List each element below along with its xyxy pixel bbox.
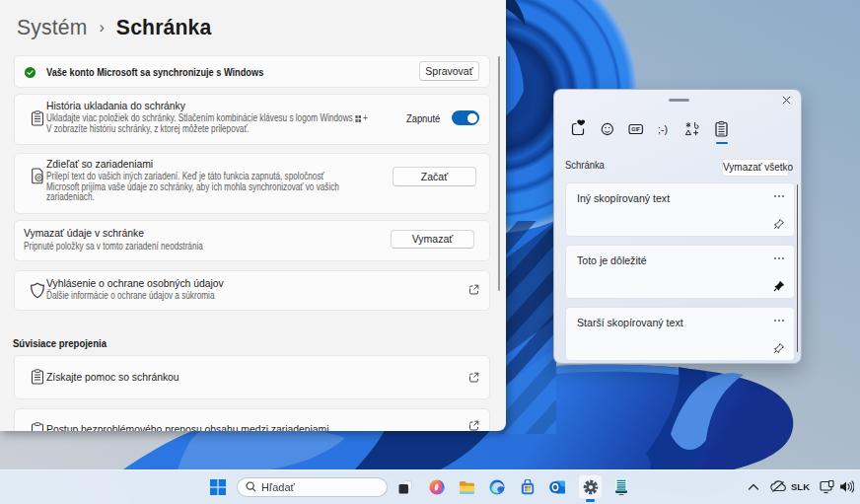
svg-text:;-): ;-) [658, 123, 668, 135]
svg-text:GIF: GIF [631, 126, 640, 132]
